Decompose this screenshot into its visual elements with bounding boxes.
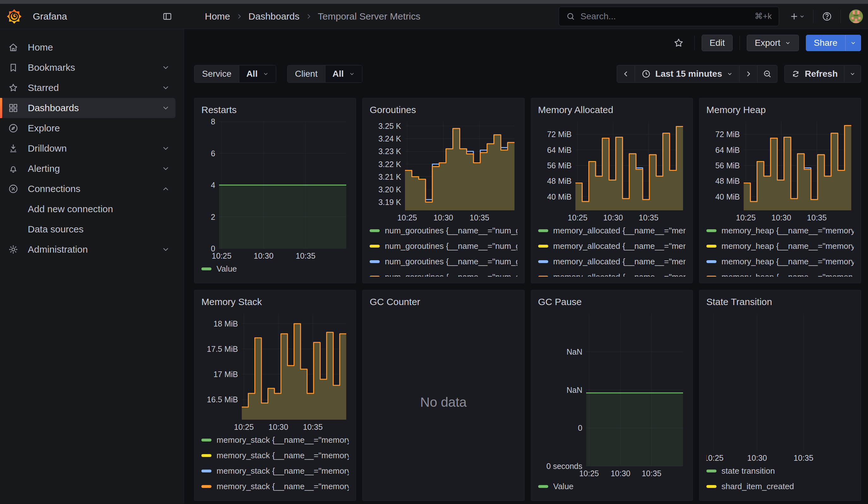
legend-label: num_goroutines {__name__="num_go — [385, 257, 517, 267]
svg-text:10:25: 10:25 — [397, 213, 417, 222]
legend-item[interactable]: memory_heap {__name__="memory_h — [706, 238, 854, 254]
time-range-picker[interactable]: Last 15 minutes — [635, 65, 740, 83]
legend-item[interactable]: memory_allocated {__name__="memo — [538, 269, 685, 277]
svg-text:3.20 K: 3.20 K — [379, 185, 402, 194]
panel-title[interactable]: Restarts — [202, 104, 349, 119]
legend-item[interactable]: memory_allocated {__name__="memo — [538, 238, 685, 254]
panel-chart[interactable]: No data — [370, 310, 517, 494]
share-button[interactable]: Share — [806, 35, 845, 51]
legend-item[interactable]: memory_heap {__name__="memory_h — [706, 223, 854, 238]
legend-label: num_goroutines {__name__="num_go — [385, 241, 517, 251]
sidebar-item-dashboards[interactable]: Dashboards — [0, 98, 175, 118]
legend-item[interactable]: memory_stack {__name__="memory_s — [202, 448, 349, 463]
panel-title[interactable]: Memory Stack — [202, 297, 349, 310]
zoom-out-button[interactable] — [757, 65, 777, 83]
panel-chart[interactable]: 10:2510:3010:35 — [706, 310, 854, 463]
sidebar-item-starred[interactable]: Starred — [0, 78, 175, 98]
panel-title[interactable]: GC Pause — [538, 297, 685, 310]
share-options-button[interactable] — [845, 35, 861, 51]
refresh-icon — [791, 69, 800, 79]
sidebar-item-connections[interactable]: Connections — [0, 179, 175, 199]
svg-text:NaN: NaN — [566, 385, 582, 394]
panel-title[interactable]: State Transition — [706, 297, 854, 310]
legend-item[interactable]: shard_item_created — [706, 479, 854, 494]
panel-chart[interactable]: 3.25 K3.24 K3.23 K3.22 K3.21 K3.20 K3.19… — [370, 119, 517, 223]
legend-item[interactable]: num_goroutines {__name__="num_go — [370, 269, 517, 277]
panels-grid: Restarts8642010:2510:3010:35ValueGorouti… — [184, 83, 868, 501]
svg-text:10:30: 10:30 — [269, 422, 289, 431]
legend-item[interactable]: memory_allocated {__name__="memo — [538, 223, 685, 238]
panel-chart[interactable]: 72 MiB64 MiB56 MiB48 MiB40 MiB10:2510:30… — [706, 119, 854, 223]
svg-text:10:30: 10:30 — [603, 213, 623, 222]
client-filter-value[interactable]: All — [326, 65, 362, 82]
svg-text:72 MiB: 72 MiB — [715, 130, 740, 138]
sidebar-toggle-button[interactable] — [159, 8, 176, 25]
window-top-strip — [0, 0, 868, 4]
sidebar-item-drilldown[interactable]: Drilldown — [0, 138, 175, 158]
sidebar-item-home[interactable]: Home — [0, 37, 175, 58]
refresh-button[interactable]: Refresh — [784, 65, 844, 83]
panel-title[interactable]: Memory Allocated — [538, 104, 685, 119]
add-button[interactable] — [786, 8, 808, 25]
search-box[interactable]: ⌘+k — [559, 7, 779, 26]
time-back-button[interactable] — [617, 65, 635, 83]
svg-text:3.24 K: 3.24 K — [379, 134, 402, 143]
legend-item[interactable]: state transition — [706, 463, 854, 479]
panel-chart[interactable]: 18 MiB17.5 MiB17 MiB16.5 MiB10:2510:3010… — [202, 310, 349, 432]
filters-row: Service All Client All — [184, 57, 868, 83]
svg-text:10:25: 10:25 — [736, 213, 756, 222]
legend-item[interactable]: memory_stack {__name__="memory_s — [202, 463, 349, 479]
panel-chart[interactable]: 72 MiB64 MiB56 MiB48 MiB40 MiB10:2510:30… — [538, 119, 685, 223]
legend-item[interactable]: Value — [538, 479, 685, 494]
svg-text:NaN: NaN — [566, 347, 582, 356]
panel-chart[interactable]: NaNNaN00 seconds10:2510:3010:35 — [538, 310, 685, 479]
breadcrumb-home[interactable]: Home — [205, 11, 230, 22]
legend-item[interactable]: memory_heap {__name__="memory_h — [706, 269, 854, 277]
sidebar-item-data-sources[interactable]: Data sources — [0, 219, 175, 239]
legend-label: memory_heap {__name__="memory_h — [722, 226, 854, 236]
user-avatar[interactable] — [849, 10, 863, 23]
breadcrumb-dashboards[interactable]: Dashboards — [248, 11, 300, 22]
sidebar-item-alerting[interactable]: Alerting — [0, 158, 175, 179]
divider — [840, 10, 841, 23]
svg-text:10:30: 10:30 — [772, 213, 791, 222]
legend-item[interactable]: memory_allocated {__name__="memo — [538, 254, 685, 269]
svg-text:64 MiB: 64 MiB — [715, 146, 740, 154]
legend-item[interactable]: memory_stack {__name__="memory_s — [202, 432, 349, 448]
sidebar-item-bookmarks[interactable]: Bookmarks — [0, 58, 175, 78]
legend-item[interactable]: num_goroutines {__name__="num_go — [370, 223, 517, 238]
legend-item[interactable]: Value — [202, 261, 349, 277]
export-button[interactable]: Export — [747, 35, 799, 51]
legend-item[interactable]: num_goroutines {__name__="num_go — [370, 254, 517, 269]
chevron-left-icon — [622, 70, 630, 78]
legend-item[interactable]: memory_stack {__name__="memory_s — [202, 479, 349, 494]
sidebar-item-add-new-connection[interactable]: Add new connection — [0, 199, 175, 219]
star-icon — [8, 82, 19, 93]
panel-chart[interactable]: 8642010:2510:3010:35 — [202, 119, 349, 261]
legend-item[interactable]: num_goroutines {__name__="num_go — [370, 238, 517, 254]
time-forward-button[interactable] — [740, 65, 757, 83]
edit-button[interactable]: Edit — [702, 35, 733, 51]
legend-item[interactable]: memory_heap {__name__="memory_h — [706, 254, 854, 269]
svg-text:16.5 MiB: 16.5 MiB — [207, 395, 238, 404]
service-filter-value[interactable]: All — [239, 65, 276, 82]
compass-icon — [8, 123, 19, 134]
refresh-interval-button[interactable] — [844, 65, 861, 83]
svg-text:18 MiB: 18 MiB — [213, 319, 238, 328]
series-color-dash — [370, 245, 380, 248]
divider — [740, 36, 740, 50]
panel-title[interactable]: GC Counter — [370, 297, 517, 310]
gear-icon — [8, 244, 19, 255]
sidebar-item-administration[interactable]: Administration — [0, 239, 175, 260]
svg-text:10:25: 10:25 — [568, 213, 587, 222]
nav-left: Grafana — [0, 8, 184, 25]
plus-icon — [789, 11, 799, 21]
sidebar-nav-list: HomeBookmarksStarredDashboardsExploreDri… — [0, 37, 184, 260]
panel-title[interactable]: Memory Heap — [706, 104, 854, 119]
help-button[interactable] — [818, 8, 836, 25]
panel-title[interactable]: Goroutines — [370, 104, 517, 119]
sidebar-item-explore[interactable]: Explore — [0, 118, 175, 138]
favorite-star-button[interactable] — [670, 34, 688, 52]
panel-legend: memory_heap {__name__="memory_hmemory_he… — [706, 223, 854, 277]
search-input[interactable] — [580, 11, 755, 21]
